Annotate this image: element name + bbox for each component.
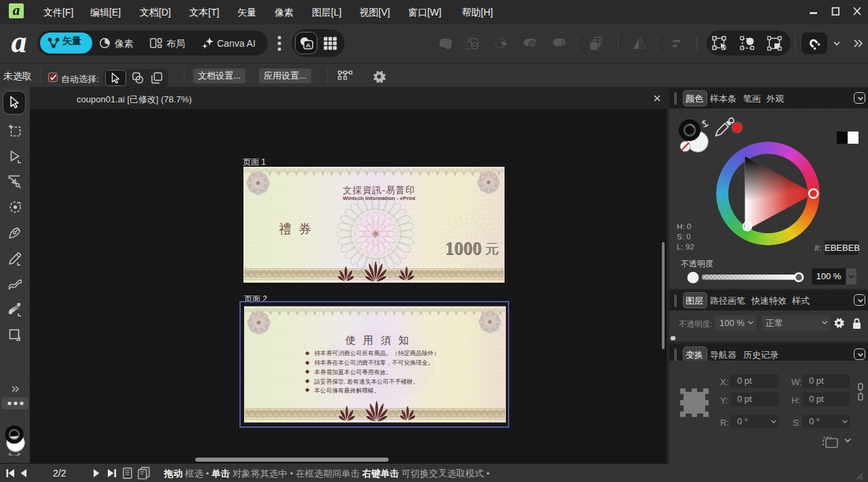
svg-text:Wintech Information - ePrint: Wintech Information - ePrint <box>342 195 415 201</box>
svg-text:元: 元 <box>485 241 498 256</box>
svg-text:本券需加蓋本公司專用有效。: 本券需加蓋本公司專用有效。 <box>314 369 392 376</box>
svg-text:使用須知: 使用須知 <box>344 335 416 346</box>
svg-text:A: A <box>306 41 311 49</box>
svg-text:1000: 1000 <box>445 238 481 258</box>
svg-text:本公司擁有最終解釋權。: 本公司擁有最終解釋權。 <box>314 387 380 394</box>
svg-text:禮券: 禮券 <box>279 222 319 236</box>
svg-text:持本券可消費公司所有商品。（特定商品除外）: 持本券可消費公司所有商品。（特定商品除外） <box>314 350 439 357</box>
svg-text:請妥善保管, 若有遺失本公司不予補辦。: 請妥善保管, 若有遺失本公司不予補辦。 <box>314 378 418 385</box>
svg-text:持本券在本公司消費不找零，不可兌換現金。: 持本券在本公司消費不找零，不可兌換現金。 <box>314 360 433 367</box>
svg-text:文採資訊-易普印: 文採資訊-易普印 <box>343 185 416 195</box>
